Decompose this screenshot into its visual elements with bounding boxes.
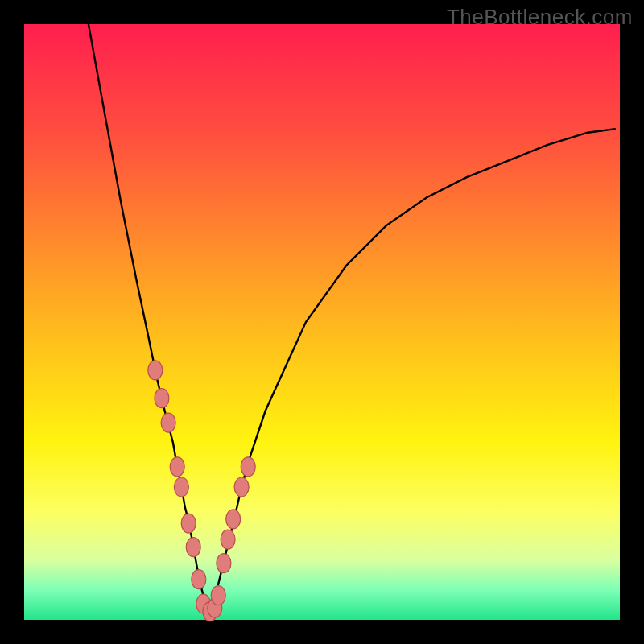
curve-marker <box>234 477 249 497</box>
curve-marker <box>241 457 255 477</box>
curve-marker <box>170 457 184 477</box>
curve-marker <box>161 413 175 432</box>
curve-marker <box>226 510 241 529</box>
curve-svg <box>24 24 620 620</box>
curve-marker <box>211 586 225 605</box>
curve-marker <box>221 530 235 549</box>
curve-marker <box>186 538 200 557</box>
curve-marker <box>155 389 169 408</box>
watermark-text: TheBottleneck.com <box>447 5 633 30</box>
plot-area <box>24 24 620 620</box>
marker-group <box>148 361 255 621</box>
curve-marker <box>192 570 206 589</box>
curve-marker <box>174 477 188 497</box>
bottleneck-curve <box>89 24 616 612</box>
curve-marker <box>148 361 163 380</box>
chart-frame: TheBottleneck.com <box>0 0 644 644</box>
curve-marker <box>217 554 231 573</box>
curve-marker <box>181 514 196 533</box>
